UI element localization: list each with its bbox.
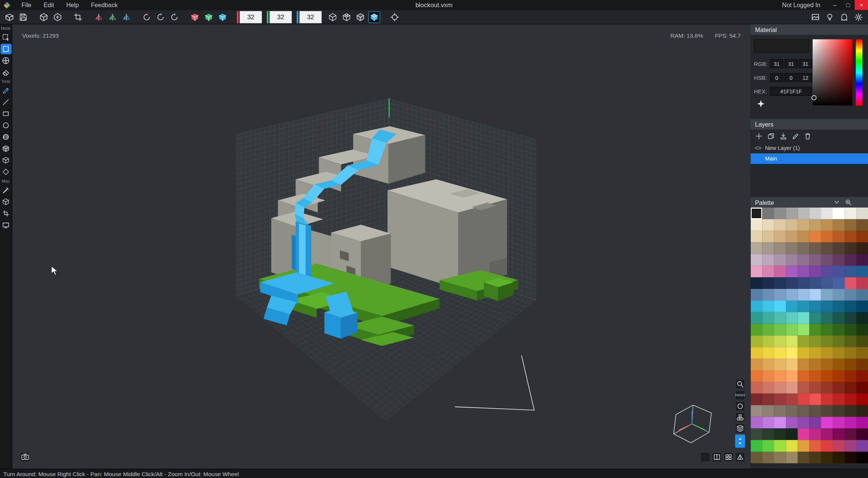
palette-swatch[interactable] — [750, 254, 762, 266]
palette-swatch[interactable] — [750, 266, 762, 277]
window-maximize-button[interactable]: □ — [841, 0, 854, 10]
palette-swatch[interactable] — [833, 370, 845, 382]
tool-diamond-button[interactable] — [0, 166, 11, 177]
palette-swatch[interactable] — [786, 289, 798, 301]
palette-swatch[interactable] — [763, 219, 774, 231]
layer-visibility-toggle[interactable] — [755, 155, 762, 162]
palette-swatch[interactable] — [821, 347, 833, 359]
palette-swatch[interactable] — [856, 277, 868, 289]
palette-swatch[interactable] — [856, 254, 868, 266]
home-button[interactable] — [3, 11, 15, 23]
display-mode-wire-button[interactable] — [327, 11, 339, 23]
palette-swatch[interactable] — [833, 219, 845, 231]
palette-swatch[interactable] — [750, 440, 762, 452]
palette-swatch[interactable] — [856, 370, 868, 382]
palette-swatch[interactable] — [809, 382, 821, 394]
gizmo-toggle-button[interactable] — [735, 434, 745, 447]
palette-swatch[interactable] — [821, 301, 833, 312]
misc-cube-button[interactable] — [0, 197, 11, 207]
misc-screen-button[interactable] — [0, 220, 11, 230]
palette-swatch[interactable] — [763, 335, 774, 347]
rotate-y-button[interactable] — [154, 11, 167, 23]
view-single-button[interactable] — [700, 452, 710, 462]
palette-swatch[interactable] — [821, 428, 833, 440]
palette-swatch[interactable] — [786, 417, 798, 428]
palette-swatch[interactable] — [774, 277, 786, 289]
palette-swatch[interactable] — [809, 405, 821, 417]
flip-y-button[interactable] — [106, 11, 118, 23]
tool-rectangle-button[interactable] — [0, 108, 11, 119]
palette-swatch[interactable] — [763, 394, 774, 405]
palette-swatch[interactable] — [750, 289, 762, 301]
palette-swatch[interactable] — [786, 370, 798, 382]
layer-duplicate-button[interactable] — [767, 132, 775, 140]
palette-swatch[interactable] — [821, 405, 833, 417]
palette-swatch[interactable] — [774, 243, 786, 254]
palette-swatch[interactable] — [856, 394, 868, 405]
palette-swatch[interactable] — [809, 324, 821, 336]
palette-swatch[interactable] — [821, 289, 833, 301]
palette-menu-button[interactable] — [856, 199, 863, 206]
palette-swatch[interactable] — [763, 231, 774, 243]
palette-swatch[interactable] — [750, 417, 762, 428]
focus-button[interactable] — [735, 401, 745, 411]
palette-swatch[interactable] — [833, 405, 845, 417]
crop-button[interactable] — [72, 11, 84, 23]
tool-cube-button[interactable] — [0, 144, 11, 154]
misc-resize-button[interactable] — [0, 208, 11, 218]
palette-swatch[interactable] — [809, 428, 821, 440]
palette-swatch[interactable] — [786, 277, 798, 289]
rotate-x-button[interactable] — [141, 11, 153, 23]
dimension-x-input[interactable]: 32 — [237, 11, 262, 23]
palette-swatch[interactable] — [798, 347, 809, 359]
mode-erase-button[interactable] — [0, 67, 11, 78]
palette-swatch[interactable] — [845, 277, 856, 289]
palette-swatch[interactable] — [750, 370, 762, 382]
palette-swatch[interactable] — [821, 208, 833, 219]
palette-swatch[interactable] — [856, 324, 868, 336]
palette-swatch[interactable] — [750, 231, 762, 243]
palette-swatch[interactable] — [750, 394, 762, 405]
palette-swatch[interactable] — [856, 405, 868, 417]
palette-swatch[interactable] — [786, 208, 798, 219]
palette-swatch[interactable] — [856, 359, 868, 370]
palette-swatch[interactable] — [774, 301, 786, 312]
palette-swatch[interactable] — [845, 417, 856, 428]
palette-swatch[interactable] — [798, 208, 809, 219]
palette-swatch[interactable] — [786, 324, 798, 336]
palette-swatch[interactable] — [833, 231, 845, 243]
palette-swatch[interactable] — [856, 266, 868, 277]
palette-swatch[interactable] — [833, 394, 845, 405]
viewport[interactable]: Voxels: 21293 RAM: 13.8% FPS: 54.7 HIGH — [12, 24, 750, 469]
palette-swatch[interactable] — [774, 359, 786, 370]
palette-swatch[interactable] — [763, 347, 774, 359]
palette-swatch[interactable] — [798, 335, 809, 347]
palette-zoom-button[interactable] — [845, 199, 852, 206]
palette-swatch[interactable] — [833, 243, 845, 254]
palette-swatch[interactable] — [774, 335, 786, 347]
zoom-tool-button[interactable] — [735, 379, 745, 389]
palette-swatch[interactable] — [845, 289, 856, 301]
palette-swatch[interactable] — [833, 289, 845, 301]
palette-swatch[interactable] — [809, 335, 821, 347]
palette-swatch[interactable] — [821, 266, 833, 277]
palette-swatch[interactable] — [798, 277, 809, 289]
palette-swatch[interactable] — [845, 301, 856, 312]
palette-swatch[interactable] — [774, 312, 786, 324]
palette-swatch[interactable] — [821, 254, 833, 266]
palette-swatch[interactable] — [809, 301, 821, 312]
palette-swatch[interactable] — [821, 335, 833, 347]
flip-x-button[interactable] — [92, 11, 104, 23]
display-mode-grid-button[interactable] — [341, 11, 353, 23]
palette-swatch[interactable] — [763, 405, 774, 417]
palette-swatch[interactable] — [821, 440, 833, 452]
palette-swatch[interactable] — [856, 452, 868, 463]
palette-swatch[interactable] — [833, 440, 845, 452]
hue-slider[interactable] — [856, 39, 863, 105]
palette-swatch[interactable] — [750, 219, 762, 231]
dimension-y-input[interactable]: 32 — [267, 11, 292, 23]
palette-swatch[interactable] — [763, 289, 774, 301]
palette-swatch[interactable] — [845, 266, 856, 277]
palette-swatch[interactable] — [786, 347, 798, 359]
palette-swatch[interactable] — [845, 359, 856, 370]
